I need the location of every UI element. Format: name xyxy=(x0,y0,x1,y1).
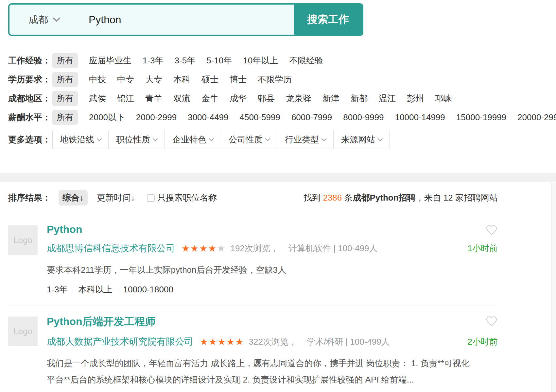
filter-option[interactable]: 20000-29999 xyxy=(517,112,556,122)
filter-option[interactable]: 不限经验 xyxy=(289,55,323,66)
filter-row-education: 学历要求： 所有 中技 中专 大专 本科 硕士 博士 不限学历 xyxy=(8,70,556,89)
filter-option[interactable]: 双流 xyxy=(173,93,190,104)
dropdown-label: 企业特色 xyxy=(172,134,206,145)
filter-option[interactable]: 所有 xyxy=(52,53,78,68)
filter-option[interactable]: 8000-9999 xyxy=(343,112,384,122)
company-row: 成都大数据产业技术研究院有限公司 ★★★★★ 322次浏览， 学术/科研 | 1… xyxy=(47,335,498,348)
filter-option[interactable]: 博士 xyxy=(230,74,247,85)
company-name-link[interactable]: 成都思博信科信息技术有限公司 xyxy=(47,242,175,254)
filter-option[interactable]: 金牛 xyxy=(201,93,218,104)
filter-option[interactable]: 成华 xyxy=(230,93,247,104)
filter-label: 学历要求： xyxy=(8,74,52,85)
filter-option[interactable]: 所有 xyxy=(52,72,78,87)
dropdown-metro-line[interactable]: 地铁沿线 xyxy=(52,130,109,149)
filter-label: 更多选项： xyxy=(8,134,52,145)
favorite-heart-icon[interactable] xyxy=(485,315,498,327)
chevron-down-icon xyxy=(321,136,327,141)
job-title-link[interactable]: Python后端开发工程师 xyxy=(47,315,155,329)
filter-option[interactable]: 中技 xyxy=(89,74,106,85)
chevron-down-icon xyxy=(53,15,61,22)
site-count: 12 xyxy=(443,193,453,203)
city-selector[interactable]: 成都 xyxy=(9,5,59,35)
filter-row-more-options: 更多选项： 地铁沿线 职位性质 企业特色 公司性质 行业类型 xyxy=(8,130,556,149)
filter-option[interactable]: 彭州 xyxy=(407,93,424,104)
filter-option[interactable]: 新都 xyxy=(351,93,368,104)
title-only-checkbox-label[interactable]: 只搜索职位名称 xyxy=(157,192,217,204)
view-count: 322次浏览， xyxy=(249,336,297,348)
company-logo-placeholder: Logo xyxy=(8,317,38,346)
dropdown-label: 来源网站 xyxy=(341,134,375,145)
filter-option[interactable]: 所有 xyxy=(52,91,78,106)
filter-option[interactable]: 2000以下 xyxy=(89,112,125,123)
dropdown-industry-type[interactable]: 行业类型 xyxy=(277,130,334,149)
dropdown-label: 地铁沿线 xyxy=(60,134,94,145)
stars-filled: ★★★★ xyxy=(182,243,217,253)
dropdown-label: 公司性质 xyxy=(229,134,263,145)
summary-text: 找到 xyxy=(304,193,323,203)
search-input[interactable]: Python xyxy=(70,5,294,35)
filter-option[interactable]: 10年以上 xyxy=(243,55,278,66)
section-divider xyxy=(0,173,556,182)
filter-option[interactable]: 锦江 xyxy=(117,93,134,104)
filter-option[interactable]: 本科 xyxy=(173,74,190,85)
filter-row-district: 成都地区： 所有 武侯 锦江 青羊 双流 金牛 成华 郫县 龙泉驿 新津 新都 … xyxy=(8,89,556,108)
filter-option[interactable]: 4500-5999 xyxy=(240,112,280,122)
dropdown-job-type[interactable]: 职位性质 xyxy=(109,130,165,149)
filter-option[interactable]: 郫县 xyxy=(258,93,275,104)
job-meta: 1-3年 本科以上 10000-18000 xyxy=(47,284,498,295)
experience-required: 1-3年 xyxy=(47,284,68,295)
filter-option[interactable]: 3000-4499 xyxy=(188,112,228,122)
filter-option[interactable]: 硕士 xyxy=(201,74,218,85)
job-title-link[interactable]: Python xyxy=(47,223,82,236)
job-description: 我们是一个成长型的团队，年轻而富有活力 成长路上，愿有志同道合的你，携手并进 岗… xyxy=(47,355,473,388)
company-name-link[interactable]: 成都大数据产业技术研究院有限公司 xyxy=(47,335,193,348)
filter-option[interactable]: 15000-19999 xyxy=(456,112,506,122)
filter-option[interactable]: 3-5年 xyxy=(175,55,196,66)
filter-option[interactable]: 新津 xyxy=(322,93,339,104)
filter-label: 成都地区： xyxy=(8,93,52,104)
results-header: 排序结果： 综合↓ 更新时间↓ 只搜索职位名称 找到 2386 条成都Pytho… xyxy=(8,182,498,214)
filter-option[interactable]: 邛崃 xyxy=(435,93,452,104)
filter-option[interactable]: 1-3年 xyxy=(143,55,164,66)
filter-option[interactable]: 6000-7999 xyxy=(291,112,332,122)
sort-update-time-button[interactable]: 更新时间↓ xyxy=(97,192,135,204)
dropdown-company-feature[interactable]: 企业特色 xyxy=(165,130,221,149)
filter-option[interactable]: 武侯 xyxy=(89,93,106,104)
search-bar: 成都 Python 搜索工作 xyxy=(8,3,363,36)
posted-time: 1小时前 xyxy=(468,243,498,254)
filter-option[interactable]: 中专 xyxy=(117,74,134,85)
filter-option[interactable]: 应届毕业生 xyxy=(89,55,131,66)
city-label: 成都 xyxy=(28,13,48,26)
title-only-checkbox[interactable] xyxy=(147,194,155,202)
summary-text: 条 xyxy=(342,193,353,203)
dropdown-source-site[interactable]: 来源网站 xyxy=(334,130,390,149)
favorite-heart-icon[interactable] xyxy=(485,224,498,236)
education-required: 本科以上 xyxy=(78,284,113,295)
results-area: 排序结果： 综合↓ 更新时间↓ 只搜索职位名称 找到 2386 条成都Pytho… xyxy=(8,182,498,392)
chevron-down-icon xyxy=(265,136,270,141)
stars-filled: ★★★★★ xyxy=(200,337,244,347)
filter-option[interactable]: 10000-14999 xyxy=(395,112,445,122)
sort-comprehensive-button[interactable]: 综合↓ xyxy=(59,190,88,205)
filter-option[interactable]: 龙泉驿 xyxy=(286,93,311,104)
filter-option[interactable]: 大专 xyxy=(145,74,162,85)
chevron-down-icon xyxy=(96,136,102,141)
chevron-down-icon xyxy=(378,136,383,141)
filter-option[interactable]: 5-10年 xyxy=(206,55,232,66)
dropdown-label: 职位性质 xyxy=(116,134,150,145)
filter-row-experience: 工作经验： 所有 应届毕业生 1-3年 3-5年 5-10年 10年以上 不限经… xyxy=(8,51,556,70)
salary-range: 10000-18000 xyxy=(123,285,173,295)
summary-text: 家招聘网站 xyxy=(453,193,498,203)
search-button[interactable]: 搜索工作 xyxy=(294,5,362,35)
job-description: 要求本科211学历，一年以上实际python后台开发经验，空缺3人 xyxy=(47,262,473,278)
filter-option[interactable]: 所有 xyxy=(52,110,78,125)
filter-label: 薪酬水平： xyxy=(8,112,52,123)
industry-size: 学术/科研 | 100-499人 xyxy=(307,336,390,348)
filter-option[interactable]: 不限学历 xyxy=(258,74,292,85)
dropdown-company-type[interactable]: 公司性质 xyxy=(221,130,277,149)
scrollbar-track[interactable] xyxy=(551,183,556,392)
filter-option[interactable]: 青羊 xyxy=(145,93,162,104)
filter-option[interactable]: 温江 xyxy=(379,93,396,104)
filter-option[interactable]: 2000-2999 xyxy=(136,112,177,122)
meta-separator xyxy=(118,286,118,294)
